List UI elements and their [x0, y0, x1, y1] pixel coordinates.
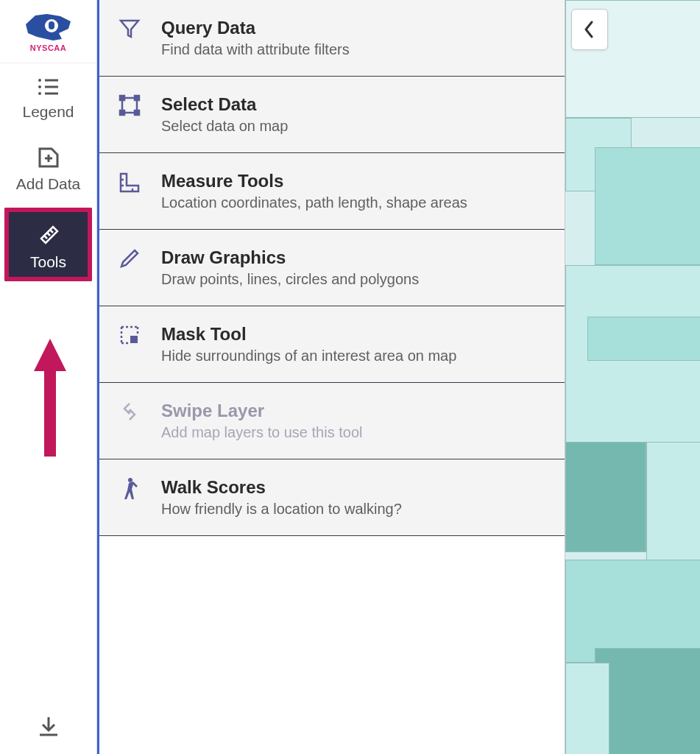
tool-title: Walk Scores: [161, 477, 545, 498]
rail-item-download[interactable]: [37, 701, 60, 754]
tool-draw-graphics[interactable]: Draw Graphics Draw points, lines, circle…: [99, 230, 565, 306]
select-box-icon: [117, 94, 142, 116]
tools-icon: [35, 221, 62, 247]
tool-desc: Add map layers to use this tool: [161, 424, 545, 441]
tool-desc: Draw points, lines, circles and polygons: [161, 271, 545, 288]
map-canvas[interactable]: [565, 0, 700, 754]
filter-icon: [117, 18, 142, 40]
download-icon: [37, 714, 60, 738]
svg-rect-17: [120, 110, 124, 115]
tool-desc: Find data with attribute filters: [161, 41, 545, 58]
tool-walk-scores[interactable]: Walk Scores How friendly is a location t…: [99, 459, 565, 536]
svg-point-23: [128, 478, 132, 482]
svg-point-3: [38, 85, 41, 88]
tool-title: Select Data: [161, 94, 545, 115]
tool-desc: Hide surroundings of an interest area on…: [161, 348, 545, 364]
svg-point-5: [38, 92, 41, 95]
rail-label: Legend: [22, 103, 74, 121]
brand-logo[interactable]: NYSCAA: [0, 0, 96, 63]
rail-item-tools[interactable]: Tools: [4, 208, 92, 281]
tool-title: Mask Tool: [161, 324, 545, 345]
tool-mask[interactable]: Mask Tool Hide surroundings of an intere…: [99, 306, 565, 383]
tool-measure[interactable]: Measure Tools Location coordinates, path…: [99, 153, 565, 230]
svg-rect-18: [135, 110, 139, 115]
ny-state-icon: [22, 11, 75, 42]
tool-query-data[interactable]: Query Data Find data with attribute filt…: [99, 0, 565, 77]
svg-line-11: [50, 230, 53, 233]
tool-title: Measure Tools: [161, 171, 545, 191]
chevron-left-icon: [583, 20, 596, 39]
svg-point-1: [38, 79, 41, 82]
tool-desc: Location coordinates, path length, shape…: [161, 194, 545, 211]
rail-item-add-data[interactable]: Add Data: [0, 131, 96, 203]
tool-title: Query Data: [161, 18, 545, 38]
annotation-arrow: [34, 339, 63, 457]
swipe-icon: [117, 401, 142, 423]
rail-label: Tools: [30, 253, 66, 271]
svg-line-10: [47, 233, 50, 236]
svg-point-22: [128, 410, 131, 413]
tool-desc: Select data on map: [161, 118, 545, 135]
rail-item-legend[interactable]: Legend: [0, 63, 96, 131]
tool-title: Swipe Layer: [161, 401, 545, 421]
legend-icon: [36, 77, 61, 97]
rail-label: Add Data: [16, 175, 81, 193]
brand-name: NYSCAA: [30, 43, 66, 52]
tool-select-data[interactable]: Select Data Select data on map: [99, 77, 565, 153]
mask-icon: [117, 324, 142, 346]
walk-icon: [117, 477, 142, 502]
tool-swipe-layer: Swipe Layer Add map layers to use this t…: [99, 383, 565, 459]
svg-rect-16: [135, 96, 139, 100]
collapse-panel-button[interactable]: [571, 9, 608, 50]
svg-rect-15: [120, 96, 124, 100]
tool-desc: How friendly is a location to walking?: [161, 501, 545, 518]
tools-panel: Query Data Find data with attribute filt…: [97, 0, 565, 754]
tool-title: Draw Graphics: [161, 247, 545, 268]
ruler-icon: [117, 171, 142, 194]
svg-line-9: [44, 236, 47, 239]
pencil-icon: [117, 247, 142, 269]
add-data-icon: [37, 144, 60, 169]
